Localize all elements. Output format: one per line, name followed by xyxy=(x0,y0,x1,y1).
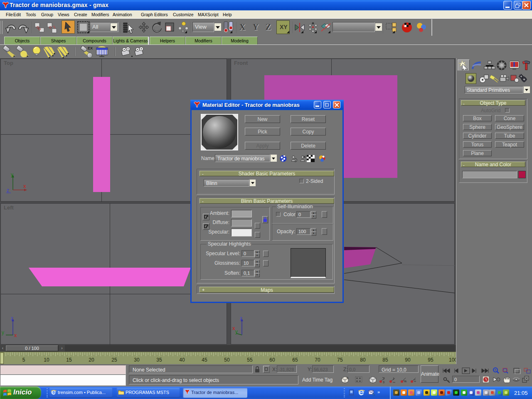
svg-text:50: 50 xyxy=(224,357,230,363)
svg-text:75: 75 xyxy=(337,357,343,363)
svg-text:x: x xyxy=(232,325,235,331)
svg-text:35: 35 xyxy=(156,357,162,363)
svg-text:10: 10 xyxy=(44,357,49,363)
svg-text:100: 100 xyxy=(449,357,456,363)
svg-text:3: 3 xyxy=(383,381,384,384)
svg-text:z: z xyxy=(240,315,242,321)
svg-text:%: % xyxy=(404,379,406,383)
svg-text:20: 20 xyxy=(89,357,94,363)
svg-text:15: 15 xyxy=(66,357,72,363)
svg-text:z: z xyxy=(11,315,13,321)
svg-text:25: 25 xyxy=(111,357,117,363)
svg-text:y: y xyxy=(11,172,13,177)
svg-text:y: y xyxy=(2,330,4,335)
svg-text:80: 80 xyxy=(360,357,366,363)
svg-text:85: 85 xyxy=(382,357,388,363)
svg-text:60: 60 xyxy=(269,357,275,363)
svg-text:55: 55 xyxy=(247,357,253,363)
svg-text:65: 65 xyxy=(292,357,298,363)
svg-text:40: 40 xyxy=(179,357,185,363)
svg-text:3: 3 xyxy=(347,377,348,379)
svg-text:30: 30 xyxy=(134,357,140,363)
svg-text:95: 95 xyxy=(428,357,433,363)
svg-text:x: x xyxy=(14,332,17,338)
svg-text:70: 70 xyxy=(315,357,320,363)
svg-text:z: z xyxy=(7,187,9,193)
svg-text:EX: EX xyxy=(88,46,93,50)
svg-text:5: 5 xyxy=(22,357,25,363)
svg-text:90: 90 xyxy=(405,357,411,363)
svg-text:45: 45 xyxy=(202,357,207,363)
svg-text:x: x xyxy=(23,183,26,189)
svg-text:y: y xyxy=(235,329,238,335)
